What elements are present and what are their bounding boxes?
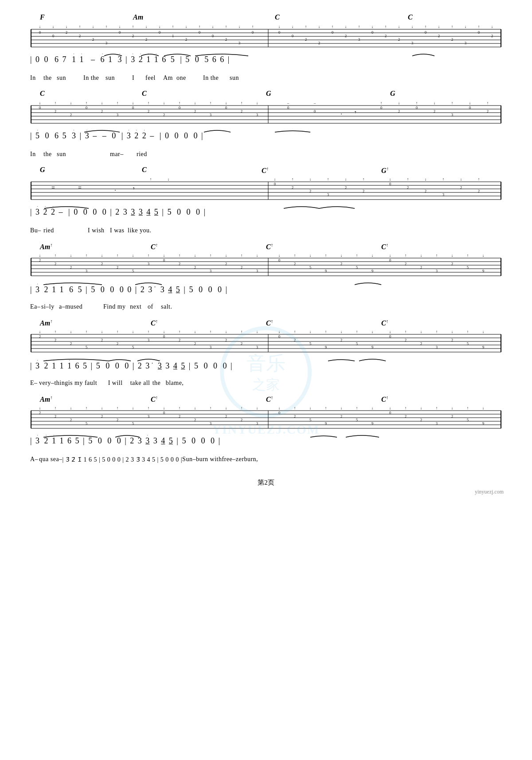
svg-text:3: 3 [442, 193, 444, 197]
lyric-word: In the [203, 74, 230, 82]
svg-text:↑: ↑ [241, 101, 243, 105]
lyric-word: next [130, 303, 148, 310]
svg-text:↑: ↑ [294, 406, 296, 410]
svg-text:↑: ↑ [405, 406, 407, 410]
svg-text:0: 0 [478, 31, 480, 35]
lyric-word: a–mused [59, 303, 103, 310]
svg-text:0: 0 [278, 335, 280, 339]
svg-text:↑: ↑ [385, 25, 387, 29]
svg-text:0: 0 [389, 335, 391, 339]
svg-text:↑: ↑ [451, 25, 454, 29]
svg-text:2: 2 [420, 342, 422, 346]
svg-text:↑: ↑ [294, 254, 296, 258]
lyric-word: I [132, 74, 145, 82]
svg-text:↓: ↓ [256, 254, 258, 258]
svg-text:↓: ↓ [212, 25, 214, 29]
svg-text:↓: ↓ [39, 254, 41, 258]
svg-text:2: 2 [292, 186, 293, 190]
svg-text:↑: ↑ [79, 25, 81, 29]
svg-text:3: 3 [436, 345, 438, 349]
arc-svg-4 [27, 281, 505, 303]
svg-text:2: 2 [179, 415, 180, 419]
lyric-word: of [148, 303, 161, 310]
svg-text:2: 2 [145, 38, 147, 42]
svg-text:𝄾: 𝄾 [355, 111, 356, 114]
svg-text:2: 2 [225, 262, 227, 266]
svg-text:↓: ↓ [278, 330, 281, 334]
svg-text:↓: ↓ [145, 25, 148, 29]
svg-text:↑: ↑ [294, 330, 296, 334]
svg-text:↓: ↓ [451, 330, 454, 334]
svg-text:2: 2 [117, 342, 118, 346]
svg-text:↑: ↑ [252, 25, 254, 29]
svg-text:↓: ↓ [194, 254, 196, 258]
svg-text:–: – [287, 101, 289, 105]
svg-text:0: 0 [278, 31, 280, 35]
svg-text:2: 2 [117, 418, 118, 422]
svg-text:2: 2 [101, 338, 103, 342]
svg-text:2: 2 [451, 415, 453, 419]
svg-text:↓: ↓ [451, 254, 454, 258]
lyric-word: Bu– [30, 227, 43, 234]
svg-text:2: 2 [132, 34, 134, 38]
chord-G3: G [40, 166, 45, 174]
svg-text:2: 2 [460, 186, 462, 190]
svg-text:↑: ↑ [292, 177, 294, 181]
section-2: C C G G ↓ ↑ ↓ ↑ ↓ ↑ ↓ ↑ ↓ ↑ ↓ [27, 90, 505, 161]
page-number: 第2页 [27, 471, 505, 489]
svg-text:3: 3 [436, 269, 438, 273]
site-tag: yinyuezj.com [27, 489, 505, 495]
lyric-word: one [176, 74, 203, 82]
svg-text:2: 2 [194, 342, 196, 346]
svg-text:2: 2 [39, 259, 41, 262]
chord-Am2: Am↑ [40, 242, 53, 251]
staff-svg-1: ↓ ↓ ↓ ↑ ↓ ↑ ↓ ↑ ↓ ↓ ↑ ↓ ↑ ↓ ↑ ↓ ↑ ↓ ↓ ↑ … [27, 25, 505, 52]
svg-text:2: 2 [55, 415, 56, 419]
svg-text:↑: ↑ [305, 25, 307, 29]
svg-text:2: 2 [405, 415, 407, 419]
svg-text:↑: ↑ [363, 177, 365, 181]
svg-text:2: 2 [398, 38, 400, 42]
svg-text:2: 2 [451, 262, 453, 266]
svg-text:↓: ↓ [163, 254, 165, 258]
svg-text:↓: ↓ [168, 177, 170, 181]
svg-text:3: 3 [239, 41, 240, 45]
svg-text:3: 3 [411, 41, 413, 45]
svg-text:2: 2 [340, 415, 342, 419]
svg-text:↑: ↑ [86, 330, 88, 334]
svg-text:3: 3 [148, 415, 149, 419]
svg-text:↑: ↑ [117, 330, 119, 334]
svg-text:.: . [340, 109, 342, 116]
svg-text:↓: ↓ [70, 406, 72, 410]
svg-text:2: 2 [294, 338, 296, 342]
svg-text:2: 2 [66, 31, 67, 35]
svg-text:↑: ↑ [86, 101, 88, 105]
lyrics-6: A– qua sea– | 3̄ 2̄ 1̄ 1 6 5 | 5 0 0 0 |… [27, 456, 505, 467]
lyric-word: A– [30, 456, 39, 463]
svg-text:9: 9 [325, 422, 327, 426]
svg-text:↓: ↓ [132, 406, 134, 410]
svg-text:↓: ↓ [101, 330, 103, 334]
svg-text:↓: ↓ [372, 254, 374, 258]
svg-text:5: 5 [86, 422, 87, 426]
chord-C11: C↑ [266, 318, 273, 327]
svg-text:2: 2 [185, 38, 187, 42]
svg-text:↓: ↓ [256, 101, 258, 105]
svg-text:2: 2 [163, 113, 165, 117]
svg-text:3: 3 [210, 113, 211, 117]
svg-text:↓: ↓ [70, 101, 72, 105]
svg-text:↑: ↑ [467, 330, 469, 334]
svg-text:↓: ↓ [225, 406, 227, 410]
lyrics-1: In the sun In the sun I feel Am one In t… [27, 74, 505, 85]
svg-text:0: 0 [52, 34, 54, 38]
chord-C8: C↑ [266, 242, 273, 251]
svg-text:5: 5 [356, 342, 358, 346]
svg-text:3: 3 [256, 345, 258, 349]
svg-text:↑: ↑ [325, 330, 327, 334]
svg-text:3: 3 [436, 422, 438, 426]
chord-C6: C↑ [262, 166, 269, 175]
svg-text:↑: ↑ [179, 101, 181, 105]
lyric-word: blame, [166, 380, 184, 387]
svg-text:↓: ↓ [389, 406, 391, 410]
svg-text:↓: ↓ [225, 330, 227, 334]
